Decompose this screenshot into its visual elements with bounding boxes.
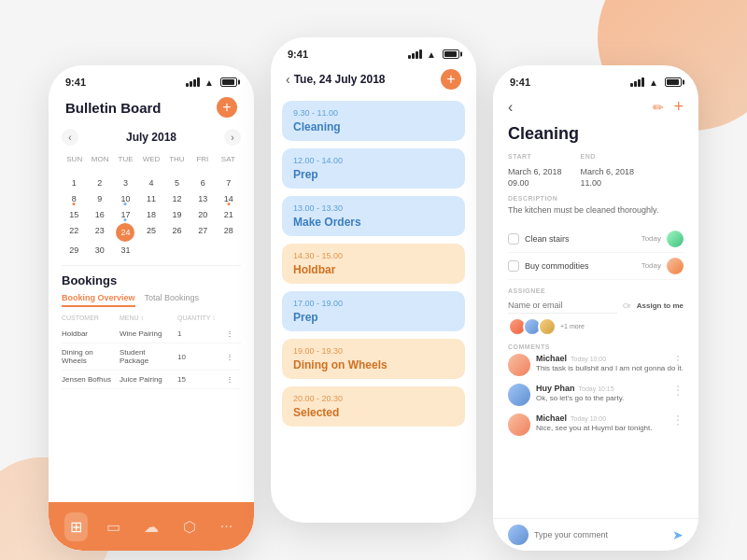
time-2: 9:41	[288, 49, 308, 60]
status-bar-1: 9:41 ▲	[49, 65, 254, 93]
list-item[interactable]: 9.30 - 11.00 Cleaning	[282, 101, 465, 141]
comment-item: Huy Phan Today 10:15 Ok, so let's go to …	[508, 384, 684, 406]
list-item[interactable]: 17.00 - 19.00 Prep	[282, 291, 465, 331]
checkbox-buy-commodities[interactable]	[508, 260, 519, 272]
assign-me-button[interactable]: Assign to me	[637, 301, 684, 310]
schedule-back-button[interactable]: ‹	[286, 72, 290, 87]
comment-avatar-michael1	[508, 354, 530, 376]
calendar: ‹ July 2018 › SUN MON TUE WED THU FRI SA…	[49, 125, 254, 265]
calendar-month: July 2018	[126, 131, 176, 144]
signal-bar-1	[186, 83, 189, 87]
task-description: The kitchen must be cleaned thoroughly.	[508, 204, 684, 217]
assignee-label: ASSIGNEE	[508, 287, 684, 294]
current-user-avatar	[508, 525, 529, 545]
end-time: 11.00	[581, 178, 635, 188]
bulletin-title: Bulletin Board	[65, 100, 162, 116]
schedule-list: 9.30 - 11.00 Cleaning 12.00 - 14.00 Prep…	[271, 101, 476, 427]
desc-label: DESCRIPTION	[508, 195, 684, 202]
bulletin-header: Bulletin Board +	[49, 93, 254, 125]
signal-bar-4	[197, 77, 200, 87]
bottom-nav: ⊞ ▭ ☁ ⬡ ···	[49, 502, 254, 551]
assignee-input-row: Or Assign to me	[508, 298, 684, 314]
calendar-today[interactable]: 24	[116, 223, 134, 242]
comment-menu-1[interactable]: ⋮	[672, 354, 684, 367]
detail-back-button[interactable]: ‹	[508, 99, 513, 116]
list-item[interactable]: 12.00 - 14.00 Prep	[282, 148, 465, 189]
list-item[interactable]: 19.00 - 19.30 Dining on Wheels	[282, 339, 465, 379]
comments-label: COMMENTS	[508, 343, 684, 350]
battery-2	[443, 49, 459, 59]
start-date: March 6, 2018	[508, 167, 562, 176]
nav-monitor-icon[interactable]: ▭	[101, 512, 126, 541]
phone-schedule: 9:41 ▲ ‹ Tue, 24 July 2018 + 9.30	[271, 37, 476, 523]
detail-meta: START March 6, 2018 09.00 END March 6, 2…	[508, 153, 684, 188]
table-row: Holdbar Wine Pairing 1 ⋮	[62, 325, 241, 343]
checklist-item: Clean stairs Today	[508, 226, 684, 253]
battery-3	[665, 77, 682, 87]
calendar-next-button[interactable]: ›	[224, 129, 241, 146]
bookings-section: Bookings Booking Overview Total Bookings…	[49, 273, 254, 389]
phone-bulletin-board: 9:41 ▲ Bulletin Board + ‹	[49, 65, 254, 551]
send-button[interactable]: ➤	[672, 527, 684, 542]
assignee-av3	[538, 317, 557, 336]
comment-item: Michael Today 10:00 This task is bullshi…	[508, 354, 684, 376]
start-date-group: START March 6, 2018 09.00	[508, 153, 562, 188]
bulletin-add-button[interactable]: +	[217, 97, 237, 118]
task-title: Cleaning	[508, 124, 684, 144]
comment-input-row: ➤	[493, 518, 698, 551]
calendar-grid: SUN MON TUE WED THU FRI SAT 1 2 3 4 5	[62, 153, 241, 258]
edit-icon[interactable]: ✏	[653, 100, 664, 115]
start-label: START	[508, 153, 562, 160]
nav-home-icon[interactable]: ⊞	[64, 512, 88, 541]
phones-container: 9:41 ▲ Bulletin Board + ‹	[0, 19, 747, 560]
comment-avatar-michael2	[508, 413, 530, 436]
calendar-prev-button[interactable]: ‹	[62, 129, 78, 146]
comment-avatar-huy	[508, 384, 530, 406]
status-icons-3: ▲	[630, 77, 682, 88]
comment-item: Michael Today 10:00 Nice, see you at Huy…	[508, 413, 684, 436]
schedule-date: Tue, 24 July 2018	[294, 73, 386, 86]
booking-table-header: CUSTOMER MENU ↕ QUANTITY ↕	[62, 315, 241, 321]
assignee-avatar-2	[667, 258, 684, 274]
list-item[interactable]: 13.00 - 13.30 Make Orders	[282, 196, 465, 236]
calendar-days: 1 2 3 4 5 6 7 8 9 10 11 12 13 14 15	[62, 169, 241, 258]
tab-booking-overview[interactable]: Booking Overview	[62, 293, 135, 307]
schedule-add-button[interactable]: +	[441, 69, 461, 90]
status-bar-3: 9:41 ▲	[493, 65, 698, 93]
phone-task-detail: 9:41 ▲ ‹ ✏ + Cleaning	[493, 65, 698, 551]
nav-hex-icon[interactable]: ⬡	[177, 512, 202, 541]
assignee-input[interactable]	[508, 298, 617, 314]
status-icons-1: ▲	[186, 77, 237, 88]
comment-menu-3[interactable]: ⋮	[672, 413, 684, 427]
time-3: 9:41	[510, 77, 530, 88]
add-icon[interactable]: +	[673, 97, 684, 117]
booking-tabs: Booking Overview Total Bookings	[62, 293, 241, 307]
calendar-nav: ‹ July 2018 ›	[62, 125, 241, 153]
start-time: 09.00	[508, 178, 562, 188]
divider-1	[62, 265, 241, 266]
battery-icon-1	[220, 77, 237, 87]
wifi-icon-1: ▲	[204, 77, 214, 88]
more-count: +1 more	[560, 317, 585, 336]
end-date: March 6, 2018	[581, 167, 635, 176]
or-text: Or	[623, 301, 631, 310]
assignee-avatar-1	[667, 231, 684, 247]
signal-bar-3	[193, 79, 196, 87]
list-item[interactable]: 20.00 - 20.30 Selected	[282, 386, 465, 427]
list-item[interactable]: 14.30 - 15.00 Holdbar	[282, 244, 465, 284]
calendar-days-header: SUN MON TUE WED THU FRI SAT	[62, 153, 241, 165]
assignee-avatars: +1 more	[508, 317, 684, 336]
detail-header: ‹ ✏ +	[493, 93, 698, 124]
nav-cloud-icon[interactable]: ☁	[138, 512, 164, 541]
status-bar-2: 9:41 ▲	[271, 37, 476, 65]
tab-total-bookings[interactable]: Total Bookings	[145, 293, 200, 307]
end-label: END	[581, 153, 635, 160]
comment-input[interactable]	[534, 530, 667, 539]
status-icons-2: ▲	[408, 49, 459, 60]
comment-menu-2[interactable]: ⋮	[672, 384, 684, 397]
table-row: Dining on Wheels Student Package 10 ⋮	[62, 343, 241, 371]
bookings-title: Bookings	[62, 273, 241, 287]
nav-more-icon[interactable]: ···	[215, 512, 238, 540]
signal-bar-2	[190, 81, 192, 87]
checkbox-clean-stairs[interactable]	[508, 233, 519, 245]
